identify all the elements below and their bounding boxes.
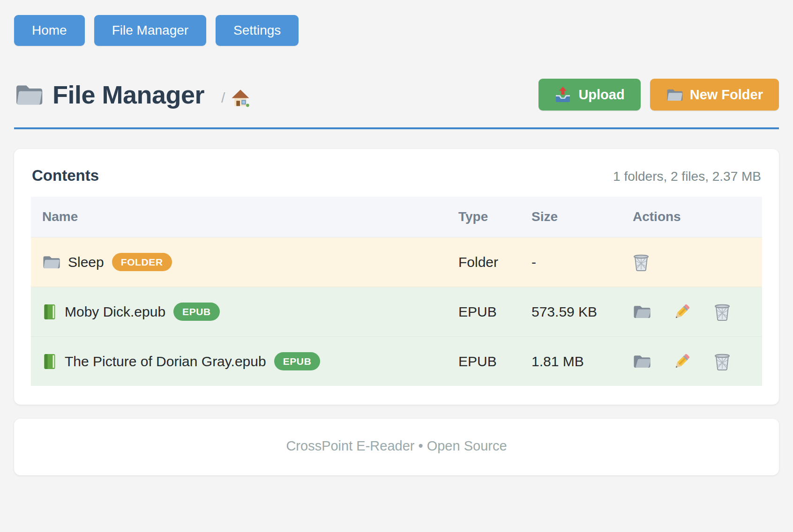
size-cell: - bbox=[520, 237, 621, 287]
open-folder-icon bbox=[633, 304, 651, 319]
column-header-size: Size bbox=[520, 197, 621, 237]
folder-icon bbox=[42, 254, 60, 270]
folder-badge: FOLDER bbox=[112, 253, 172, 271]
nav-settings-button[interactable]: Settings bbox=[216, 15, 299, 46]
page-header: File Manager / Upload New Folder bbox=[14, 79, 779, 111]
delete-button[interactable] bbox=[714, 353, 731, 370]
header-actions: Upload New Folder bbox=[539, 79, 779, 111]
type-cell: EPUB bbox=[447, 287, 520, 337]
table-row: The Picture of Dorian Gray.epub EPUB EPU… bbox=[31, 337, 762, 386]
book-icon bbox=[42, 303, 57, 320]
name-cell: The Picture of Dorian Gray.epub EPUB bbox=[31, 337, 447, 386]
folder-icon bbox=[14, 82, 43, 107]
actions-cell bbox=[621, 287, 762, 337]
upload-tray-icon bbox=[554, 86, 571, 103]
name-cell: Moby Dick.epub EPUB bbox=[31, 287, 447, 337]
top-nav: Home File Manager Settings bbox=[14, 15, 779, 46]
contents-card-header: Contents 1 folders, 2 files, 2.37 MB bbox=[31, 167, 762, 185]
table-row: Moby Dick.epub EPUB EPUB 573.59 KB bbox=[31, 287, 762, 337]
item-name: Sleep bbox=[68, 254, 104, 270]
file-table: Name Type Size Actions Sleep FOLDER Fold… bbox=[31, 197, 762, 386]
pencil-icon bbox=[673, 303, 691, 321]
new-folder-button[interactable]: New Folder bbox=[650, 79, 779, 111]
breadcrumb-separator: / bbox=[221, 90, 225, 106]
open-folder-icon bbox=[633, 354, 651, 369]
book-icon bbox=[42, 353, 57, 370]
pencil-icon bbox=[673, 353, 691, 370]
item-name: The Picture of Dorian Gray.epub bbox=[65, 354, 266, 369]
delete-button[interactable] bbox=[714, 303, 731, 321]
column-header-type: Type bbox=[447, 197, 520, 237]
epub-badge: EPUB bbox=[173, 303, 220, 321]
home-icon[interactable] bbox=[231, 88, 250, 108]
upload-button-label: Upload bbox=[578, 87, 624, 103]
size-cell: 573.59 KB bbox=[520, 287, 621, 337]
nav-home-button[interactable]: Home bbox=[14, 15, 85, 46]
footer-text: CrossPoint E-Reader • Open Source bbox=[286, 438, 507, 453]
rename-button[interactable] bbox=[673, 303, 691, 321]
footer-card: CrossPoint E-Reader • Open Source bbox=[14, 419, 779, 475]
nav-file-manager-button[interactable]: File Manager bbox=[94, 15, 206, 46]
page-title: File Manager bbox=[52, 80, 204, 109]
name-cell: Sleep FOLDER bbox=[31, 237, 447, 287]
trash-icon bbox=[714, 353, 731, 370]
move-button[interactable] bbox=[633, 304, 651, 319]
item-name: Moby Dick.epub bbox=[65, 304, 165, 320]
size-cell: 1.81 MB bbox=[520, 337, 621, 386]
column-header-actions: Actions bbox=[621, 197, 762, 237]
table-row: Sleep FOLDER Folder - bbox=[31, 237, 762, 287]
actions-cell bbox=[621, 237, 762, 287]
title-divider bbox=[14, 127, 779, 129]
new-folder-icon bbox=[666, 88, 683, 102]
type-cell: Folder bbox=[447, 237, 520, 287]
trash-icon bbox=[633, 253, 650, 271]
contents-card: Contents 1 folders, 2 files, 2.37 MB Nam… bbox=[14, 149, 779, 405]
trash-icon bbox=[714, 303, 731, 321]
column-header-name: Name bbox=[31, 197, 447, 237]
title-wrap: File Manager / bbox=[14, 80, 250, 109]
rename-button[interactable] bbox=[673, 353, 691, 370]
actions-cell bbox=[621, 337, 762, 386]
breadcrumb: / bbox=[221, 88, 250, 108]
epub-badge: EPUB bbox=[274, 352, 321, 370]
upload-button[interactable]: Upload bbox=[539, 79, 640, 111]
contents-heading: Contents bbox=[32, 167, 99, 185]
table-header-row: Name Type Size Actions bbox=[31, 197, 762, 237]
type-cell: EPUB bbox=[447, 337, 520, 386]
new-folder-button-label: New Folder bbox=[690, 87, 763, 103]
contents-summary: 1 folders, 2 files, 2.37 MB bbox=[613, 169, 761, 184]
move-button[interactable] bbox=[633, 354, 651, 369]
delete-button[interactable] bbox=[633, 253, 650, 271]
